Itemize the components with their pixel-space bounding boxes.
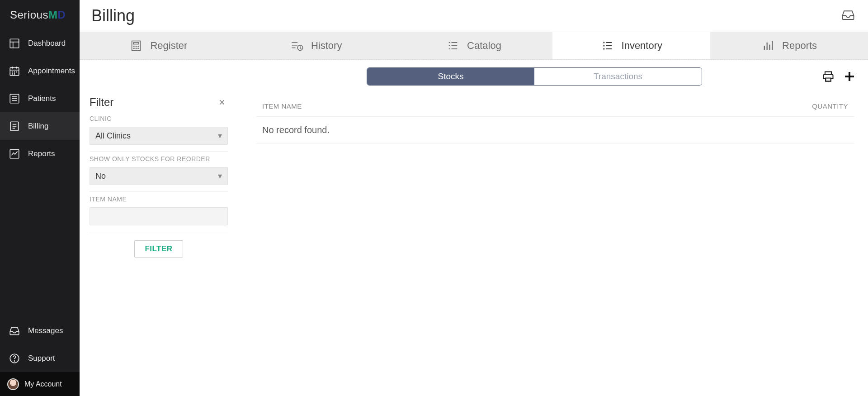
select-value: All Clinics bbox=[95, 131, 131, 141]
svg-point-43 bbox=[604, 42, 604, 43]
inventory-icon bbox=[601, 39, 614, 52]
calendar-icon bbox=[8, 65, 21, 77]
clinic-select[interactable]: All Clinics ▾ bbox=[90, 127, 228, 145]
svg-point-29 bbox=[136, 48, 137, 48]
brand-text: SeriousMD bbox=[10, 9, 66, 21]
svg-rect-0 bbox=[10, 39, 19, 48]
page-title: Billing bbox=[91, 6, 840, 25]
svg-point-47 bbox=[604, 48, 604, 49]
select-value: No bbox=[95, 172, 106, 181]
history-icon bbox=[290, 39, 304, 52]
filter-close-button[interactable]: × bbox=[216, 96, 228, 109]
subtab-label: Inventory bbox=[622, 40, 663, 52]
subtab-label: Catalog bbox=[467, 40, 501, 52]
column-item-name: ITEM NAME bbox=[262, 102, 785, 110]
add-button[interactable] bbox=[843, 70, 856, 83]
help-icon bbox=[8, 352, 21, 365]
content: Stocks Transactions bbox=[80, 60, 868, 396]
plus-icon bbox=[843, 70, 856, 83]
sidebar: SeriousMD Dashboard Appointments Patient… bbox=[0, 0, 80, 396]
sidebar-item-patients[interactable]: Patients bbox=[0, 85, 80, 112]
svg-point-27 bbox=[138, 46, 138, 46]
segment-stocks[interactable]: Stocks bbox=[367, 68, 534, 85]
sidebar-item-account[interactable]: My Account bbox=[0, 372, 80, 396]
brand-logo[interactable]: SeriousMD bbox=[0, 0, 80, 29]
toolbar: Stocks Transactions bbox=[80, 60, 868, 93]
bar-chart-icon bbox=[761, 39, 775, 52]
svg-rect-54 bbox=[826, 78, 831, 81]
svg-point-7 bbox=[12, 72, 13, 72]
segment-label: Stocks bbox=[438, 72, 463, 81]
close-icon: × bbox=[219, 96, 225, 108]
sidebar-item-reports[interactable]: Reports bbox=[0, 140, 80, 167]
subtab-catalog[interactable]: Catalog bbox=[395, 32, 553, 59]
svg-point-11 bbox=[14, 73, 14, 74]
nav-primary: Dashboard Appointments Patients Billing … bbox=[0, 29, 80, 167]
svg-point-8 bbox=[14, 72, 14, 72]
sidebar-item-label: Reports bbox=[28, 149, 55, 158]
nav-secondary: Messages Support My Account bbox=[0, 317, 80, 396]
sidebar-item-label: Appointments bbox=[28, 67, 75, 76]
svg-point-26 bbox=[136, 46, 137, 46]
list-icon bbox=[8, 92, 21, 105]
item-name-input[interactable] bbox=[90, 207, 228, 225]
register-icon bbox=[129, 39, 143, 52]
filter-item-name-label: ITEM NAME bbox=[90, 196, 228, 203]
chart-icon bbox=[8, 148, 21, 160]
sidebar-item-billing[interactable]: Billing bbox=[0, 112, 80, 140]
inbox-button[interactable] bbox=[840, 8, 856, 24]
segment-label: Transactions bbox=[594, 72, 642, 81]
filter-clinic-label: CLINIC bbox=[90, 115, 228, 122]
subtab-label: History bbox=[311, 40, 342, 52]
filter-button[interactable]: FILTER bbox=[134, 240, 183, 258]
svg-point-30 bbox=[138, 48, 138, 48]
catalog-icon bbox=[446, 39, 460, 52]
subtab-bar: Register History Catalog Inventory Repor… bbox=[80, 32, 868, 60]
svg-point-22 bbox=[14, 360, 14, 361]
table-header: ITEM NAME QUANTITY bbox=[256, 98, 854, 117]
svg-point-45 bbox=[604, 45, 604, 46]
segment-transactions[interactable]: Transactions bbox=[534, 68, 702, 85]
reorder-select[interactable]: No ▾ bbox=[90, 167, 228, 185]
chevron-down-icon: ▾ bbox=[218, 131, 222, 141]
account-label: My Account bbox=[24, 380, 62, 388]
subtab-register[interactable]: Register bbox=[80, 32, 237, 59]
segmented-control: Stocks Transactions bbox=[367, 67, 702, 86]
sidebar-item-appointments[interactable]: Appointments bbox=[0, 57, 80, 85]
sidebar-item-label: Patients bbox=[28, 94, 56, 103]
table-panel: ITEM NAME QUANTITY No record found. bbox=[238, 93, 868, 396]
subtab-reports[interactable]: Reports bbox=[710, 32, 868, 59]
sidebar-item-label: Dashboard bbox=[28, 39, 66, 48]
chevron-down-icon: ▾ bbox=[218, 171, 222, 181]
empty-state: No record found. bbox=[256, 117, 854, 144]
subtab-history[interactable]: History bbox=[237, 32, 395, 59]
dashboard-icon bbox=[8, 37, 21, 50]
page-header: Billing bbox=[80, 0, 868, 32]
svg-line-36 bbox=[300, 48, 301, 49]
column-quantity: QUANTITY bbox=[785, 102, 848, 110]
svg-point-28 bbox=[134, 48, 134, 48]
print-icon bbox=[822, 70, 835, 83]
inbox-icon bbox=[8, 324, 21, 337]
subtab-inventory[interactable]: Inventory bbox=[552, 32, 710, 59]
main: Billing Register History Catalog bbox=[80, 0, 868, 396]
svg-rect-24 bbox=[134, 43, 139, 44]
document-icon bbox=[8, 120, 21, 133]
sidebar-item-label: Messages bbox=[28, 326, 63, 335]
svg-point-25 bbox=[134, 46, 134, 46]
filter-panel: Filter × CLINIC All Clinics ▾ SHOW ONLY … bbox=[80, 93, 238, 396]
sidebar-item-messages[interactable]: Messages bbox=[0, 317, 80, 344]
print-button[interactable] bbox=[822, 70, 835, 83]
sidebar-item-dashboard[interactable]: Dashboard bbox=[0, 29, 80, 57]
subtab-label: Register bbox=[150, 40, 187, 52]
svg-point-9 bbox=[16, 72, 17, 72]
filter-title: Filter bbox=[90, 96, 216, 109]
sidebar-item-support[interactable]: Support bbox=[0, 344, 80, 372]
sidebar-item-label: Billing bbox=[28, 122, 48, 131]
subtab-label: Reports bbox=[782, 40, 817, 52]
sidebar-item-label: Support bbox=[28, 354, 55, 363]
inbox-icon bbox=[841, 9, 855, 23]
avatar bbox=[7, 378, 19, 390]
filter-reorder-label: SHOW ONLY STOCKS FOR REORDER bbox=[90, 155, 228, 162]
svg-point-10 bbox=[12, 73, 13, 74]
